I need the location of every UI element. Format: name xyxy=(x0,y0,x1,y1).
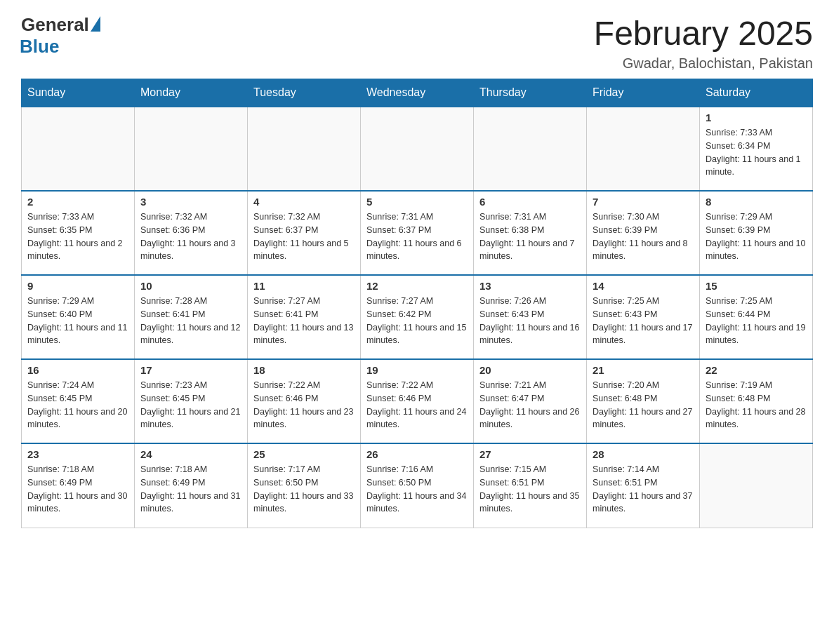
calendar-cell: 12Sunrise: 7:27 AM Sunset: 6:42 PM Dayli… xyxy=(361,275,474,359)
day-number: 7 xyxy=(593,196,694,208)
day-number: 16 xyxy=(27,364,128,376)
calendar-cell: 10Sunrise: 7:28 AM Sunset: 6:41 PM Dayli… xyxy=(135,275,248,359)
calendar-cell: 6Sunrise: 7:31 AM Sunset: 6:38 PM Daylig… xyxy=(474,191,587,275)
day-info: Sunrise: 7:29 AM Sunset: 6:40 PM Dayligh… xyxy=(27,295,128,347)
day-of-week-header: Monday xyxy=(135,79,248,107)
day-number: 19 xyxy=(366,364,468,376)
day-number: 5 xyxy=(366,196,468,208)
day-number: 1 xyxy=(706,112,807,123)
day-info: Sunrise: 7:26 AM Sunset: 6:43 PM Dayligh… xyxy=(479,295,581,347)
day-of-week-header: Wednesday xyxy=(361,79,474,107)
calendar-cell: 1Sunrise: 7:33 AM Sunset: 6:34 PM Daylig… xyxy=(700,107,813,191)
day-info: Sunrise: 7:25 AM Sunset: 6:43 PM Dayligh… xyxy=(593,295,694,347)
day-number: 15 xyxy=(706,280,807,292)
day-number: 23 xyxy=(27,448,128,460)
day-number: 28 xyxy=(593,448,694,460)
day-number: 24 xyxy=(140,448,241,460)
day-of-week-header: Sunday xyxy=(22,79,135,107)
calendar-table: SundayMondayTuesdayWednesdayThursdayFrid… xyxy=(21,79,813,528)
day-number: 10 xyxy=(140,280,241,292)
logo: General Blue xyxy=(21,14,100,58)
day-of-week-header: Tuesday xyxy=(248,79,361,107)
day-info: Sunrise: 7:32 AM Sunset: 6:37 PM Dayligh… xyxy=(253,210,355,263)
calendar-cell: 5Sunrise: 7:31 AM Sunset: 6:37 PM Daylig… xyxy=(361,191,474,275)
logo-triangle-icon xyxy=(91,16,100,32)
day-info: Sunrise: 7:15 AM Sunset: 6:51 PM Dayligh… xyxy=(479,463,581,516)
location-text: Gwadar, Balochistan, Pakistan xyxy=(594,55,813,72)
day-info: Sunrise: 7:18 AM Sunset: 6:49 PM Dayligh… xyxy=(140,463,241,516)
day-info: Sunrise: 7:30 AM Sunset: 6:39 PM Dayligh… xyxy=(593,210,694,263)
calendar-cell: 22Sunrise: 7:19 AM Sunset: 6:48 PM Dayli… xyxy=(700,359,813,443)
day-number: 13 xyxy=(479,280,581,292)
calendar-cell xyxy=(700,443,813,528)
calendar-week-row: 16Sunrise: 7:24 AM Sunset: 6:45 PM Dayli… xyxy=(22,359,813,443)
day-info: Sunrise: 7:28 AM Sunset: 6:41 PM Dayligh… xyxy=(140,295,241,347)
day-number: 6 xyxy=(479,196,581,208)
calendar-cell: 8Sunrise: 7:29 AM Sunset: 6:39 PM Daylig… xyxy=(700,191,813,275)
day-number: 4 xyxy=(253,196,355,208)
day-info: Sunrise: 7:20 AM Sunset: 6:48 PM Dayligh… xyxy=(593,379,694,431)
day-info: Sunrise: 7:31 AM Sunset: 6:37 PM Dayligh… xyxy=(366,210,468,263)
calendar-cell: 11Sunrise: 7:27 AM Sunset: 6:41 PM Dayli… xyxy=(248,275,361,359)
calendar-cell: 25Sunrise: 7:17 AM Sunset: 6:50 PM Dayli… xyxy=(248,443,361,528)
day-number: 20 xyxy=(479,364,581,376)
day-number: 17 xyxy=(140,364,241,376)
day-info: Sunrise: 7:27 AM Sunset: 6:42 PM Dayligh… xyxy=(366,295,468,347)
day-number: 14 xyxy=(593,280,694,292)
page-header: General Blue February 2025 Gwadar, Baloc… xyxy=(21,14,813,72)
calendar-cell xyxy=(361,107,474,191)
day-info: Sunrise: 7:33 AM Sunset: 6:34 PM Dayligh… xyxy=(706,126,807,179)
day-info: Sunrise: 7:17 AM Sunset: 6:50 PM Dayligh… xyxy=(253,463,355,516)
calendar-cell xyxy=(474,107,587,191)
day-of-week-header: Saturday xyxy=(700,79,813,107)
logo-blue-text: Blue xyxy=(20,36,59,58)
calendar-cell xyxy=(135,107,248,191)
day-number: 25 xyxy=(253,448,355,460)
day-info: Sunrise: 7:24 AM Sunset: 6:45 PM Dayligh… xyxy=(27,379,128,431)
calendar-cell: 27Sunrise: 7:15 AM Sunset: 6:51 PM Dayli… xyxy=(474,443,587,528)
day-number: 11 xyxy=(253,280,355,292)
day-number: 8 xyxy=(706,196,807,208)
calendar-cell: 7Sunrise: 7:30 AM Sunset: 6:39 PM Daylig… xyxy=(587,191,700,275)
calendar-cell: 3Sunrise: 7:32 AM Sunset: 6:36 PM Daylig… xyxy=(135,191,248,275)
calendar-header-row: SundayMondayTuesdayWednesdayThursdayFrid… xyxy=(22,79,813,107)
day-number: 21 xyxy=(593,364,694,376)
day-info: Sunrise: 7:27 AM Sunset: 6:41 PM Dayligh… xyxy=(253,295,355,347)
month-title: February 2025 xyxy=(594,14,813,53)
calendar-cell: 23Sunrise: 7:18 AM Sunset: 6:49 PM Dayli… xyxy=(22,443,135,528)
calendar-cell: 13Sunrise: 7:26 AM Sunset: 6:43 PM Dayli… xyxy=(474,275,587,359)
day-info: Sunrise: 7:25 AM Sunset: 6:44 PM Dayligh… xyxy=(706,295,807,347)
title-section: February 2025 Gwadar, Balochistan, Pakis… xyxy=(594,14,813,72)
calendar-cell xyxy=(248,107,361,191)
day-of-week-header: Friday xyxy=(587,79,700,107)
day-info: Sunrise: 7:14 AM Sunset: 6:51 PM Dayligh… xyxy=(593,463,694,516)
day-number: 12 xyxy=(366,280,468,292)
calendar-cell: 19Sunrise: 7:22 AM Sunset: 6:46 PM Dayli… xyxy=(361,359,474,443)
calendar-week-row: 2Sunrise: 7:33 AM Sunset: 6:35 PM Daylig… xyxy=(22,191,813,275)
calendar-cell: 24Sunrise: 7:18 AM Sunset: 6:49 PM Dayli… xyxy=(135,443,248,528)
calendar-cell: 20Sunrise: 7:21 AM Sunset: 6:47 PM Dayli… xyxy=(474,359,587,443)
calendar-cell: 21Sunrise: 7:20 AM Sunset: 6:48 PM Dayli… xyxy=(587,359,700,443)
day-of-week-header: Thursday xyxy=(474,79,587,107)
calendar-cell: 14Sunrise: 7:25 AM Sunset: 6:43 PM Dayli… xyxy=(587,275,700,359)
calendar-cell: 18Sunrise: 7:22 AM Sunset: 6:46 PM Dayli… xyxy=(248,359,361,443)
day-info: Sunrise: 7:23 AM Sunset: 6:45 PM Dayligh… xyxy=(140,379,241,431)
day-number: 26 xyxy=(366,448,468,460)
day-info: Sunrise: 7:18 AM Sunset: 6:49 PM Dayligh… xyxy=(27,463,128,516)
logo-general-text: General xyxy=(21,14,89,36)
day-info: Sunrise: 7:32 AM Sunset: 6:36 PM Dayligh… xyxy=(140,210,241,263)
day-info: Sunrise: 7:22 AM Sunset: 6:46 PM Dayligh… xyxy=(366,379,468,431)
day-number: 2 xyxy=(27,196,128,208)
calendar-cell: 4Sunrise: 7:32 AM Sunset: 6:37 PM Daylig… xyxy=(248,191,361,275)
day-number: 3 xyxy=(140,196,241,208)
calendar-cell: 9Sunrise: 7:29 AM Sunset: 6:40 PM Daylig… xyxy=(22,275,135,359)
calendar-week-row: 1Sunrise: 7:33 AM Sunset: 6:34 PM Daylig… xyxy=(22,107,813,191)
day-number: 9 xyxy=(27,280,128,292)
day-info: Sunrise: 7:21 AM Sunset: 6:47 PM Dayligh… xyxy=(479,379,581,431)
calendar-cell: 17Sunrise: 7:23 AM Sunset: 6:45 PM Dayli… xyxy=(135,359,248,443)
calendar-week-row: 23Sunrise: 7:18 AM Sunset: 6:49 PM Dayli… xyxy=(22,443,813,528)
calendar-cell: 26Sunrise: 7:16 AM Sunset: 6:50 PM Dayli… xyxy=(361,443,474,528)
day-info: Sunrise: 7:31 AM Sunset: 6:38 PM Dayligh… xyxy=(479,210,581,263)
calendar-cell xyxy=(22,107,135,191)
calendar-cell: 16Sunrise: 7:24 AM Sunset: 6:45 PM Dayli… xyxy=(22,359,135,443)
